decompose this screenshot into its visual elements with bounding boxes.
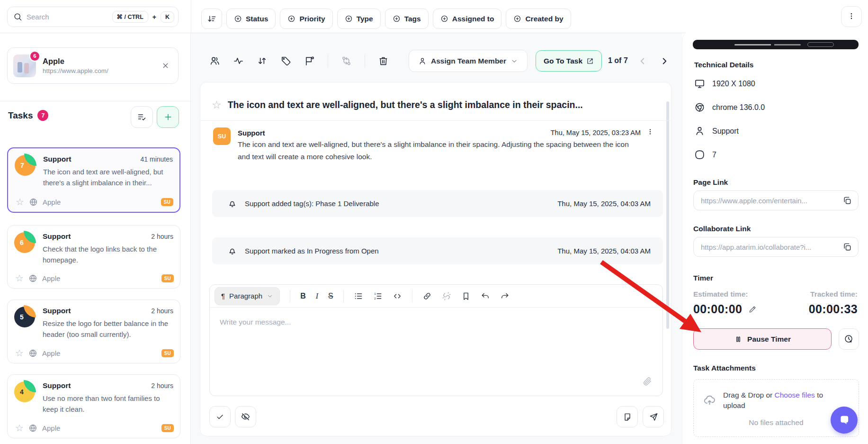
redo-button[interactable]: [500, 291, 510, 301]
choose-files-link[interactable]: Choose files: [775, 391, 815, 399]
strikethrough-button[interactable]: S: [328, 292, 333, 300]
search-icon: [13, 12, 22, 21]
internal-note-visibility-button[interactable]: [235, 406, 256, 427]
tag-squircle-icon: [694, 149, 705, 160]
assign-team-member-select[interactable]: Assign Team Member: [409, 50, 528, 72]
page-link-input[interactable]: [701, 197, 839, 205]
list-check-icon: [137, 112, 147, 122]
task-list-view-button[interactable]: [131, 106, 153, 128]
toolbar-divider: [412, 290, 412, 302]
send-button[interactable]: [643, 406, 664, 427]
search-box[interactable]: ⌘ / CTRL + K: [7, 7, 179, 27]
send-icon: [649, 412, 658, 422]
resolution-row: 1920 X 1080: [694, 78, 755, 89]
pause-timer-button[interactable]: Pause Timer: [693, 328, 832, 350]
sort-updown-icon[interactable]: [257, 55, 268, 66]
resolve-button[interactable]: [209, 406, 231, 427]
task-card-5[interactable]: 5 Support2 hours Resize the logo for bet…: [7, 299, 180, 363]
collaborate-link-input[interactable]: [701, 243, 839, 251]
comment-avatar: SU: [213, 127, 231, 145]
more-options-button[interactable]: [841, 6, 862, 27]
tag-icon[interactable]: [280, 55, 291, 66]
add-task-button[interactable]: [157, 106, 179, 128]
clock-arrow-icon: [844, 334, 854, 344]
filter-created-by[interactable]: Created by: [506, 9, 571, 29]
tracked-time-label: Tracked time:: [810, 290, 858, 299]
star-icon[interactable]: ☆: [15, 348, 24, 358]
activity-text: Support marked as In Progress from Open: [245, 247, 379, 255]
filter-status[interactable]: Status: [226, 9, 276, 29]
paperclip-icon[interactable]: [642, 376, 652, 386]
site-url: https://www.apple.com/: [43, 67, 155, 74]
star-icon[interactable]: ☆: [16, 197, 24, 207]
chat-icon: [838, 414, 851, 427]
code-button[interactable]: [393, 291, 402, 301]
page-link-heading: Page Link: [693, 178, 728, 187]
tracked-time-value: 00:00:33: [809, 302, 858, 316]
prev-task-chevron[interactable]: [637, 56, 648, 66]
dropzone-text: Drag & Drop or Choose files to upload: [723, 390, 841, 411]
site-card[interactable]: 6 Apple https://www.apple.com/: [7, 47, 179, 84]
link-button[interactable]: [422, 291, 432, 301]
copy-icon[interactable]: [842, 196, 852, 205]
globe-icon: [28, 424, 37, 433]
note-icon: [623, 412, 632, 422]
activity-row: Support added tag(s): Phase 1 Deliverabl…: [212, 190, 663, 217]
unlink-button[interactable]: [442, 291, 451, 301]
comment-flag-icon[interactable]: [304, 55, 315, 66]
delete-icon[interactable]: [378, 55, 389, 66]
star-icon[interactable]: ☆: [15, 273, 24, 283]
top-bar: ⌘ / CTRL + K Status Priority Type Tags A…: [0, 0, 868, 33]
paragraph-style-select[interactable]: ¶ Paragraph: [215, 287, 280, 305]
star-icon[interactable]: ☆: [15, 423, 24, 433]
scrollbar-thumb[interactable]: [666, 101, 669, 329]
ordered-list-button[interactable]: 12: [373, 291, 383, 301]
task-status-wedge: [24, 380, 36, 392]
comment-kebab-icon[interactable]: [646, 128, 654, 137]
recording-pill: [807, 42, 834, 47]
close-icon[interactable]: [161, 62, 170, 70]
bold-button[interactable]: B: [300, 292, 306, 300]
message-placeholder: Write your message...: [220, 318, 291, 326]
comment-timestamp: Thu, May 15, 2025, 03:23 AM: [551, 129, 641, 136]
pilcrow-icon: ¶: [221, 292, 225, 300]
kbd-key: K: [161, 11, 174, 23]
bookmark-button[interactable]: [461, 291, 471, 301]
go-to-task-button[interactable]: Go To Task: [536, 50, 602, 72]
monitor-icon: [694, 78, 705, 89]
task-card-6[interactable]: 6 Support2 hours Check that the logo lin…: [7, 225, 180, 289]
kebab-icon: [847, 12, 856, 22]
copy-icon[interactable]: [842, 242, 852, 252]
search-input[interactable]: [27, 13, 108, 21]
task-star-icon[interactable]: ☆: [212, 100, 222, 110]
message-input[interactable]: Write your message...: [210, 308, 662, 396]
note-button[interactable]: [617, 406, 638, 427]
task-card-7[interactable]: 7 Support41 minutes The icon and text ar…: [7, 147, 180, 213]
task-avatar: 4: [14, 381, 35, 402]
task-card-4[interactable]: 4 Support2 hours Use no more than two fo…: [7, 374, 180, 438]
task-status-wedge: [24, 305, 36, 317]
filter-priority[interactable]: Priority: [280, 9, 332, 29]
task-site-label: Apple: [43, 198, 61, 206]
sort-button[interactable]: [201, 9, 222, 29]
chat-widget-button[interactable]: [831, 407, 858, 434]
assign-users-icon[interactable]: [209, 55, 220, 66]
screen-recording-bar[interactable]: [693, 40, 859, 49]
bell-icon: [227, 199, 237, 208]
bullet-list-button[interactable]: [354, 291, 363, 301]
site-name: Apple: [43, 57, 155, 66]
task-status-wedge: [24, 154, 36, 166]
filter-type[interactable]: Type: [337, 9, 381, 29]
undo-button[interactable]: [481, 291, 490, 301]
time-log-button[interactable]: [839, 328, 859, 350]
edit-pencil-icon[interactable]: [748, 305, 757, 314]
activity-timestamp: Thu, May 15, 2025, 04:03 AM: [557, 199, 651, 208]
filter-tags[interactable]: Tags: [385, 9, 429, 29]
activity-icon[interactable]: [233, 55, 244, 66]
filter-assigned-to[interactable]: Assigned to: [433, 9, 502, 29]
italic-button[interactable]: I: [316, 292, 318, 300]
next-task-chevron[interactable]: [659, 56, 670, 66]
globe-icon: [29, 198, 38, 207]
git-compare-icon[interactable]: [341, 55, 352, 66]
tasks-title: Tasks: [8, 110, 33, 121]
